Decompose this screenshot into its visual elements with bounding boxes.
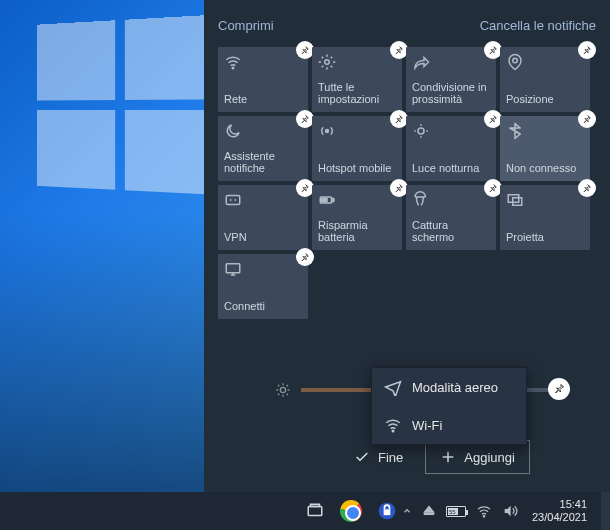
svg-point-12 [280, 387, 285, 392]
clock-date: 23/04/2021 [532, 511, 587, 524]
location-icon [506, 53, 524, 71]
context-pin-badge [548, 378, 570, 400]
svg-point-0 [232, 67, 234, 69]
svg-point-1 [325, 60, 330, 65]
tile-cattura-schermo[interactable]: Cattura schermo [406, 185, 496, 250]
tile-hotspot-mobile[interactable]: Hotspot mobile [312, 116, 402, 181]
done-label: Fine [378, 450, 403, 465]
context-item-label: Wi-Fi [412, 418, 442, 433]
svg-point-4 [418, 128, 424, 134]
battery-icon [318, 191, 336, 209]
svg-rect-8 [322, 199, 327, 202]
tile-proietta[interactable]: Proietta [500, 185, 590, 250]
action-center-button[interactable] [601, 492, 610, 530]
tile-condivisione-in-prossimit-[interactable]: Condivisione in prossimità [406, 47, 496, 112]
unpin-badge[interactable] [578, 179, 596, 197]
tile-connetti[interactable]: Connetti [218, 254, 308, 319]
add-label: Aggiungi [464, 450, 515, 465]
unpin-badge[interactable] [578, 41, 596, 59]
tile-label: Connetti [224, 300, 302, 313]
svg-point-21 [392, 430, 394, 432]
gear-icon [318, 53, 336, 71]
tile-posizione[interactable]: Posizione [500, 47, 590, 112]
svg-rect-29 [424, 513, 433, 514]
taskbar: 55 15:41 23/04/2021 [0, 492, 610, 530]
tile-tutte-le-impostazioni[interactable]: Tutte le impostazioni [312, 47, 402, 112]
tile-label: Rete [224, 93, 302, 106]
clock-time: 15:41 [532, 498, 587, 511]
tray-eject-icon[interactable] [422, 504, 436, 518]
screenshot-icon [412, 191, 430, 209]
tile-label: Risparmia batteria [318, 219, 396, 244]
done-button[interactable]: Fine [340, 441, 417, 473]
unpin-badge[interactable] [578, 110, 596, 128]
tile-assistente-notifiche[interactable]: Assistente notifiche [218, 116, 308, 181]
tile-rete[interactable]: Rete [218, 47, 308, 112]
svg-point-3 [326, 130, 329, 133]
clear-notifications-link[interactable]: Cancella le notifiche [480, 18, 596, 33]
plus-icon [440, 449, 456, 465]
wifi-icon [224, 53, 242, 71]
tile-vpn[interactable]: VPN [218, 185, 308, 250]
hotspot-icon [318, 122, 336, 140]
tile-label: Tutte le impostazioni [318, 81, 396, 106]
project-icon [506, 191, 524, 209]
svg-point-30 [483, 516, 484, 517]
tile-label: Posizione [506, 93, 584, 106]
check-icon [354, 449, 370, 465]
system-tray: 55 15:41 23/04/2021 [402, 492, 610, 530]
chrome-app[interactable] [336, 496, 366, 526]
battery-level-label: 55 [448, 508, 458, 515]
tray-overflow-button[interactable] [402, 506, 412, 516]
windows-logo [37, 15, 204, 205]
svg-line-18 [287, 394, 288, 395]
chrome-icon [340, 500, 362, 522]
tile-risparmia-batteria[interactable]: Risparmia batteria [312, 185, 402, 250]
context-item-modalit-aereo[interactable]: Modalità aereo [372, 368, 526, 406]
wifi-tray-icon[interactable] [476, 503, 492, 519]
airplane-icon [384, 378, 402, 396]
context-item-label: Modalità aereo [412, 380, 498, 395]
svg-line-20 [287, 385, 288, 386]
tile-label: Hotspot mobile [318, 162, 396, 175]
tile-label: Non connesso [506, 162, 584, 175]
svg-rect-24 [308, 507, 322, 516]
add-tile-context-menu: Modalità aereoWi-Fi [371, 367, 527, 445]
edit-actions-row: Fine Aggiungi [340, 440, 530, 474]
tile-non-connesso[interactable]: Non connesso [500, 116, 590, 181]
volume-tray-icon[interactable] [502, 503, 518, 519]
tile-luce-notturna[interactable]: Luce notturna [406, 116, 496, 181]
unpin-badge[interactable] [296, 248, 314, 266]
battery-tray-icon[interactable]: 55 [446, 506, 466, 517]
svg-line-17 [278, 385, 279, 386]
svg-point-2 [513, 58, 518, 63]
taskbar-apps [300, 496, 402, 526]
action-center-header: Comprimi Cancella le notifiche [204, 0, 610, 43]
svg-marker-31 [505, 506, 511, 517]
quick-action-tiles: ReteTutte le impostazioniCondivisione in… [204, 43, 610, 323]
tile-label: Assistente notifiche [224, 150, 302, 175]
context-item-wi-fi[interactable]: Wi-Fi [372, 406, 526, 444]
svg-rect-7 [332, 199, 334, 202]
svg-rect-25 [311, 504, 320, 506]
svg-rect-11 [226, 264, 240, 273]
desktop-wallpaper [0, 0, 204, 492]
tile-label: Condivisione in prossimità [412, 81, 490, 106]
brightness-icon [275, 382, 291, 398]
password-app[interactable] [372, 496, 402, 526]
wifi-icon [384, 416, 402, 434]
moon-icon [224, 122, 242, 140]
connect-icon [224, 260, 242, 278]
collapse-link[interactable]: Comprimi [218, 18, 274, 33]
tile-label: Proietta [506, 231, 584, 244]
svg-rect-27 [384, 509, 391, 515]
tile-label: Cattura schermo [412, 219, 490, 244]
svg-line-19 [278, 394, 279, 395]
tile-label: VPN [224, 231, 302, 244]
nightlight-icon [412, 122, 430, 140]
vpn-icon [224, 191, 242, 209]
svg-rect-5 [226, 196, 240, 205]
add-button[interactable]: Aggiungi [425, 440, 530, 474]
taskbar-clock[interactable]: 15:41 23/04/2021 [532, 498, 587, 524]
task-view-button[interactable] [300, 496, 330, 526]
